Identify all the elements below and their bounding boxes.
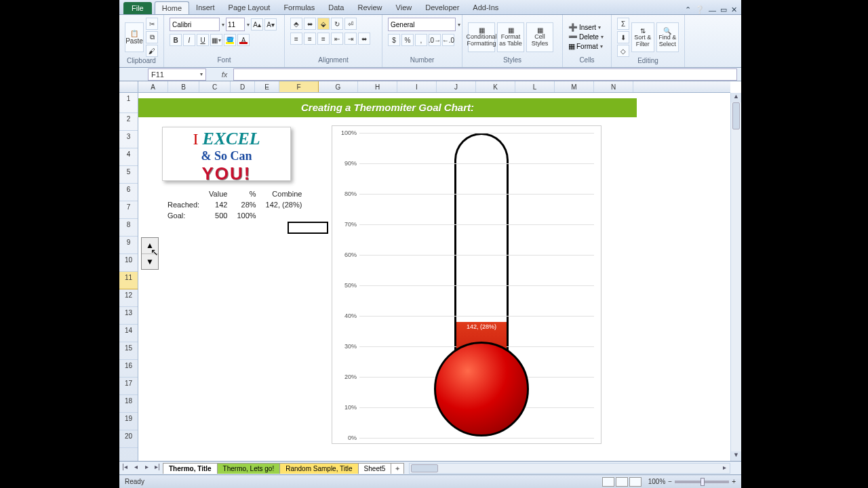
column-header-G[interactable]: G <box>319 81 358 92</box>
paste-button[interactable]: 📋 Paste <box>125 22 144 52</box>
vertical-scrollbar[interactable]: ▲ ▼ <box>730 93 741 461</box>
zoom-in-button[interactable]: + <box>732 478 736 485</box>
decrease-decimal-button[interactable]: ←.0 <box>442 34 454 46</box>
row-header-15[interactable]: 15 <box>119 342 138 360</box>
fill-button[interactable]: ⬇ <box>617 31 629 43</box>
zoom-slider[interactable] <box>675 481 729 483</box>
tab-developer[interactable]: Developer <box>418 1 466 14</box>
tab-review[interactable]: Review <box>351 1 389 14</box>
format-cells-button[interactable]: Format <box>576 43 598 50</box>
align-left-button[interactable]: ≡ <box>290 33 302 45</box>
fill-color-button[interactable]: 🪣 <box>224 34 236 46</box>
number-format-input[interactable] <box>388 18 456 31</box>
align-middle-button[interactable]: ⬌ <box>304 18 316 30</box>
select-all-corner[interactable] <box>119 81 138 93</box>
insert-cells-button[interactable]: Insert <box>579 24 596 31</box>
border-button[interactable]: ▦▾ <box>210 34 222 46</box>
close-icon[interactable]: ✕ <box>731 5 737 14</box>
column-header-D[interactable]: D <box>231 81 255 92</box>
column-header-F[interactable]: F <box>279 81 319 92</box>
row-header-19[interactable]: 19 <box>119 413 138 430</box>
tab-insert[interactable]: Insert <box>189 1 222 14</box>
sheet-tab-thermo-title[interactable]: Thermo, Title <box>163 463 218 474</box>
horizontal-scrollbar[interactable]: ◂▸ <box>409 463 730 474</box>
increase-font-button[interactable]: A▴ <box>251 18 263 30</box>
find-select-button[interactable]: 🔍Find & Select <box>656 22 679 52</box>
row-header-3[interactable]: 3 <box>119 131 138 148</box>
align-bottom-button[interactable]: ⬙ <box>317 18 330 30</box>
scrollbar-thumb[interactable] <box>411 464 438 472</box>
row-header-1[interactable]: 1 <box>119 93 138 113</box>
sheet-nav-last[interactable]: ▸| <box>152 463 163 474</box>
tab-add-ins[interactable]: Add-Ins <box>466 1 505 14</box>
wrap-text-button[interactable]: ⏎ <box>344 18 357 30</box>
row-header-11[interactable]: 11 <box>119 272 138 289</box>
align-right-button[interactable]: ≡ <box>317 33 330 45</box>
zoom-slider-handle[interactable] <box>701 478 705 486</box>
selected-cell[interactable] <box>288 222 328 234</box>
merge-button[interactable]: ⬌ <box>358 33 370 45</box>
help-icon[interactable]: ❔ <box>695 5 705 14</box>
currency-button[interactable]: $ <box>388 34 400 46</box>
cell-reached-value[interactable]: 142 <box>205 200 231 209</box>
clear-button[interactable]: ◇ <box>617 45 629 57</box>
tab-page-layout[interactable]: Page Layout <box>222 1 277 14</box>
copy-button[interactable]: ⧉ <box>146 31 158 43</box>
column-header-N[interactable]: N <box>594 81 633 92</box>
sheet-nav-first[interactable]: |◂ <box>119 463 130 474</box>
cell-reached-pct[interactable]: 28% <box>233 200 260 209</box>
row-header-4[interactable]: 4 <box>119 148 138 166</box>
delete-cells-icon[interactable]: ➖ <box>568 33 578 41</box>
column-header-C[interactable]: C <box>199 81 231 92</box>
column-header-I[interactable]: I <box>397 81 437 92</box>
scroll-down-icon[interactable]: ▼ <box>731 451 741 461</box>
bold-button[interactable]: B <box>170 34 182 46</box>
restore-icon[interactable]: ▭ <box>720 5 727 14</box>
file-tab[interactable]: File <box>123 2 152 14</box>
align-top-button[interactable]: ⬘ <box>290 18 302 30</box>
cell-goal-pct[interactable]: 100% <box>233 211 260 220</box>
column-header-K[interactable]: K <box>476 81 515 92</box>
thermometer-chart[interactable]: 0%10%20%30%40%50%60%70%80%90%100% 142, (… <box>332 125 601 444</box>
chevron-down-icon[interactable]: ▾ <box>222 22 224 28</box>
row-header-2[interactable]: 2 <box>119 113 138 131</box>
tab-data[interactable]: Data <box>321 1 351 14</box>
minimize-icon[interactable]: — <box>709 6 716 14</box>
cell-styles-button[interactable]: ▦Cell Styles <box>526 22 553 52</box>
sort-filter-button[interactable]: ⇅Sort & Filter <box>631 22 654 52</box>
column-header-E[interactable]: E <box>255 81 279 92</box>
insert-cells-icon[interactable]: ➕ <box>568 23 578 32</box>
font-color-button[interactable]: A <box>237 34 250 46</box>
chevron-down-icon[interactable]: ▾ <box>247 22 250 28</box>
row-header-12[interactable]: 12 <box>119 289 138 307</box>
autosum-button[interactable]: Σ <box>617 18 629 30</box>
cell-goal-label[interactable]: Goal: <box>163 211 203 220</box>
column-header-A[interactable]: A <box>138 81 168 92</box>
tab-view[interactable]: View <box>389 1 419 14</box>
column-header-L[interactable]: L <box>515 81 555 92</box>
row-header-7[interactable]: 7 <box>119 201 138 219</box>
chevron-down-icon[interactable]: ▾ <box>458 22 460 28</box>
formula-input[interactable] <box>233 68 737 81</box>
row-header-6[interactable]: 6 <box>119 184 138 201</box>
font-size-input[interactable] <box>226 18 245 31</box>
spinner-up-button[interactable]: ▲ <box>142 238 158 254</box>
sheet-tab-random-sample-title[interactable]: Random Sample, Title <box>279 463 358 474</box>
sheet-nav-next[interactable]: ▸ <box>141 463 152 474</box>
new-sheet-button[interactable]: ✦ <box>391 463 404 474</box>
column-header-H[interactable]: H <box>358 81 397 92</box>
comma-button[interactable]: , <box>415 34 427 46</box>
column-header-B[interactable]: B <box>168 81 199 92</box>
italic-button[interactable]: I <box>183 34 195 46</box>
chevron-down-icon[interactable]: ▾ <box>200 71 203 77</box>
format-painter-button[interactable]: 🖌 <box>146 45 158 57</box>
normal-view-button[interactable] <box>602 477 614 487</box>
cell-reached-combine[interactable]: 142, (28%) <box>262 200 307 209</box>
row-header-9[interactable]: 9 <box>119 237 138 254</box>
row-header-8[interactable]: 8 <box>119 219 138 237</box>
row-header-16[interactable]: 16 <box>119 360 138 378</box>
spinner-down-button[interactable]: ▼ <box>142 254 158 270</box>
indent-decrease-button[interactable]: ⇤ <box>331 33 343 45</box>
format-as-table-button[interactable]: ▦Format as Table <box>497 22 524 52</box>
orientation-button[interactable]: ↻ <box>331 18 343 30</box>
